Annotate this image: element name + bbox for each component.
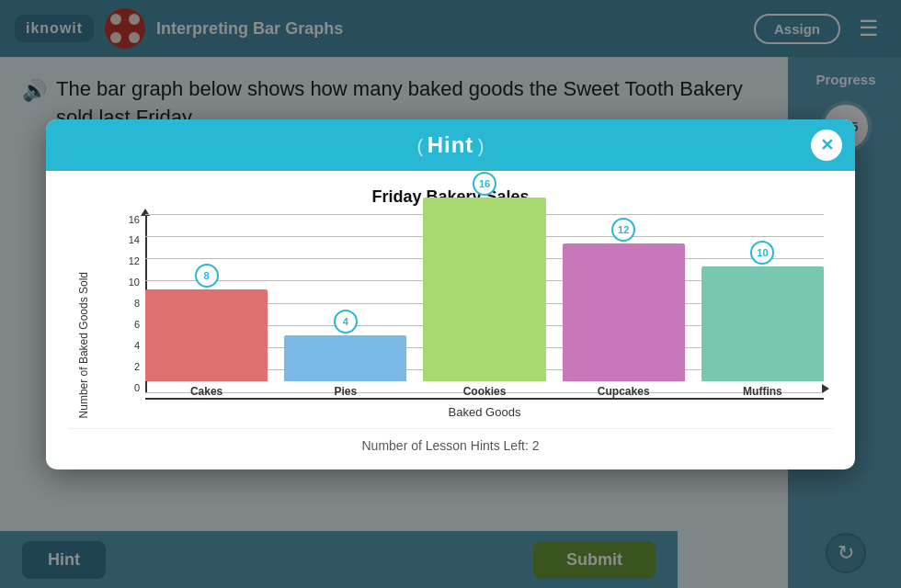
bars-row: 8Cakes4Pies16Cookies12Cupcakes10Muffins xyxy=(145,214,824,398)
bar-cakes xyxy=(145,289,268,381)
x-axis-line xyxy=(145,398,824,400)
bar-value-muffins: 10 xyxy=(750,241,774,265)
x-axis-label: Baked Goods xyxy=(145,405,824,419)
bar-value-cupcakes: 12 xyxy=(611,218,635,242)
bar-group-cookies: 16Cookies xyxy=(423,198,545,398)
hint-title-prefix: ( xyxy=(417,136,424,156)
bar-label-pies: Pies xyxy=(334,385,357,398)
bar-pies xyxy=(284,335,406,381)
bar-group-muffins: 10Muffins xyxy=(701,266,824,398)
bar-label-muffins: Muffins xyxy=(743,385,782,398)
hint-modal: ( Hint ) ✕ Friday Bakery Sales Number of… xyxy=(46,119,855,469)
hint-modal-title: Hint xyxy=(428,132,474,157)
hint-modal-body: Friday Bakery Sales Number of Baked Good… xyxy=(46,171,855,469)
bar-label-cupcakes: Cupcakes xyxy=(598,385,650,398)
bar-cupcakes xyxy=(563,243,685,381)
chart-container: Friday Bakery Sales Number of Baked Good… xyxy=(68,187,833,419)
chart-inner: 16 14 12 10 8 6 4 2 0 xyxy=(118,214,824,419)
hints-left: Number of Lesson Hints Left: 2 xyxy=(68,428,833,458)
overlay: ( Hint ) ✕ Friday Bakery Sales Number of… xyxy=(0,0,901,588)
y-axis-ticks: 16 14 12 10 8 6 4 2 0 xyxy=(118,214,143,393)
bar-value-cookies: 16 xyxy=(473,172,496,196)
y-axis-label: Number of Baked Goods Sold xyxy=(77,272,114,418)
bar-cookies xyxy=(423,198,545,381)
bar-label-cookies: Cookies xyxy=(463,385,507,398)
bar-label-cakes: Cakes xyxy=(190,385,222,398)
bar-value-pies: 4 xyxy=(334,310,358,334)
hint-title-suffix: ) xyxy=(478,136,485,156)
bar-group-cupcakes: 12Cupcakes xyxy=(563,243,685,398)
bar-muffins xyxy=(701,266,824,381)
bar-group-cakes: 8Cakes xyxy=(145,289,268,398)
bar-value-cakes: 8 xyxy=(195,264,219,288)
hint-modal-header: ( Hint ) ✕ xyxy=(46,119,855,171)
bar-group-pies: 4Pies xyxy=(284,335,406,398)
hint-close-button[interactable]: ✕ xyxy=(811,130,842,161)
chart-area: Number of Baked Goods Sold 16 14 12 10 8… xyxy=(77,214,824,419)
